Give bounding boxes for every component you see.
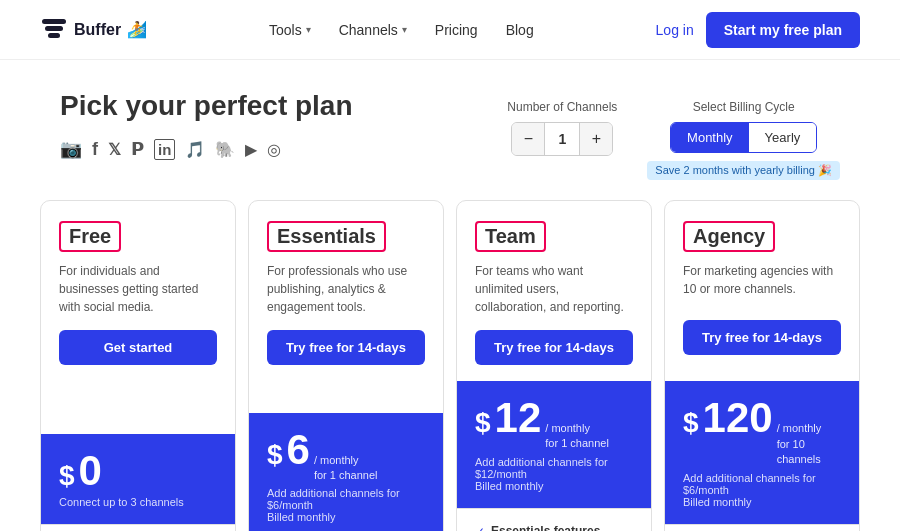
price-dollar-agency: $ bbox=[683, 407, 699, 439]
channels-chevron-icon: ▾ bbox=[402, 24, 407, 35]
plan-card-team: Team For teams who want unlimited users,… bbox=[456, 200, 652, 531]
plan-desc-essentials: For professionals who use publishing, an… bbox=[267, 262, 425, 316]
plan-name-box-free: Free bbox=[59, 221, 121, 252]
price-amount-agency: 120 bbox=[703, 397, 773, 439]
navbar: Buffer 🏄 Tools ▾ Channels ▾ Pricing Blog… bbox=[0, 0, 900, 60]
nav-actions: Log in Start my free plan bbox=[656, 12, 860, 48]
plan-card-essentials: Essentials For professionals who use pub… bbox=[248, 200, 444, 531]
logo-emoji: 🏄 bbox=[127, 20, 147, 39]
price-detail-essentials: / monthlyfor 1 channel bbox=[314, 453, 378, 484]
plan-desc-free: For individuals and businesses getting s… bbox=[59, 262, 217, 316]
price-dollar-free: $ bbox=[59, 460, 75, 492]
price-amount-essentials: 6 bbox=[287, 429, 310, 471]
plan-pricing-team: $ 12 / monthlyfor 1 channel Add addition… bbox=[457, 381, 651, 508]
tiktok-icon: 🎵 bbox=[185, 140, 205, 159]
channels-label: Number of Channels bbox=[507, 100, 617, 114]
increment-button[interactable]: + bbox=[580, 123, 612, 155]
plan-name-team: Team bbox=[485, 225, 536, 247]
check-icon: ✓ bbox=[475, 524, 485, 531]
plan-features-team: ✓ Essentials features, plus: ✓ Unlimited… bbox=[457, 508, 651, 531]
svg-rect-0 bbox=[42, 19, 66, 24]
channels-control-group: Number of Channels − 1 + bbox=[507, 100, 617, 180]
logo[interactable]: Buffer 🏄 bbox=[40, 19, 147, 41]
plan-cta-free[interactable]: Get started bbox=[59, 330, 217, 365]
billing-toggle: Monthly Yearly bbox=[670, 122, 817, 153]
billing-control-group: Select Billing Cycle Monthly Yearly Save… bbox=[647, 100, 840, 180]
linkedin-icon: in bbox=[154, 139, 175, 160]
nav-pricing[interactable]: Pricing bbox=[435, 22, 478, 38]
plan-name-agency: Agency bbox=[693, 225, 765, 247]
plan-pricing-agency: $ 120 / monthlyfor 10 channels Add addit… bbox=[665, 381, 859, 523]
page-title: Pick your perfect plan bbox=[60, 90, 353, 122]
price-amount-team: 12 bbox=[495, 397, 542, 439]
plan-pricing-free: $ 0 Connect up to 3 channels bbox=[41, 434, 235, 524]
channel-value: 1 bbox=[544, 123, 580, 155]
price-dollar-team: $ bbox=[475, 407, 491, 439]
plan-name-box-essentials: Essentials bbox=[267, 221, 386, 252]
plan-desc-agency: For marketing agencies with 10 or more c… bbox=[683, 262, 841, 306]
price-sub-team: Add additional channels for $12/monthBil… bbox=[475, 456, 633, 492]
threads-icon: ◎ bbox=[267, 140, 281, 159]
plan-name-essentials: Essentials bbox=[277, 225, 376, 247]
yearly-button[interactable]: Yearly bbox=[749, 123, 817, 152]
login-button[interactable]: Log in bbox=[656, 22, 694, 38]
price-detail-team: / monthlyfor 1 channel bbox=[545, 421, 609, 452]
plan-features-free: ✓ Planning & publishing tools ✓ Landing … bbox=[41, 524, 235, 531]
plan-cta-team[interactable]: Try free for 14-days bbox=[475, 330, 633, 365]
nav-channels[interactable]: Channels ▾ bbox=[339, 22, 407, 38]
controls-area: Number of Channels − 1 + Select Billing … bbox=[507, 90, 840, 180]
plan-features-agency: ✓ Team features, plus: ✓ Custom access &… bbox=[665, 524, 859, 531]
channel-counter: − 1 + bbox=[511, 122, 613, 156]
list-item: ✓ Essentials features, plus: bbox=[475, 523, 633, 531]
plan-desc-team: For teams who want unlimited users, coll… bbox=[475, 262, 633, 316]
price-amount-free: 0 bbox=[79, 450, 102, 492]
start-free-plan-button[interactable]: Start my free plan bbox=[706, 12, 860, 48]
billing-label: Select Billing Cycle bbox=[693, 100, 795, 114]
plan-card-free: Free For individuals and businesses gett… bbox=[40, 200, 236, 531]
facebook-icon: f bbox=[92, 139, 98, 160]
save-badge: Save 2 months with yearly billing 🎉 bbox=[647, 161, 840, 180]
buffer-logo-icon bbox=[40, 19, 68, 41]
plan-cta-agency[interactable]: Try free for 14-days bbox=[683, 320, 841, 355]
nav-links: Tools ▾ Channels ▾ Pricing Blog bbox=[269, 22, 534, 38]
price-sub-free: Connect up to 3 channels bbox=[59, 496, 217, 508]
logo-text: Buffer bbox=[74, 21, 121, 39]
price-detail-agency: / monthlyfor 10 channels bbox=[777, 421, 841, 467]
instagram-icon: 📷 bbox=[60, 138, 82, 160]
hero-section: Pick your perfect plan 📷 f 𝕏 𝗣 in 🎵 🐘 ▶ … bbox=[60, 90, 353, 160]
svg-rect-2 bbox=[48, 33, 60, 38]
nav-blog[interactable]: Blog bbox=[506, 22, 534, 38]
mastodon-icon: 🐘 bbox=[215, 140, 235, 159]
twitter-icon: 𝕏 bbox=[108, 140, 121, 159]
plan-cta-essentials[interactable]: Try free for 14-days bbox=[267, 330, 425, 365]
tools-chevron-icon: ▾ bbox=[306, 24, 311, 35]
svg-rect-1 bbox=[45, 26, 63, 31]
price-sub-agency: Add additional channels for $6/monthBill… bbox=[683, 472, 841, 508]
monthly-button[interactable]: Monthly bbox=[671, 123, 749, 152]
price-sub-essentials: Add additional channels for $6/monthBill… bbox=[267, 487, 425, 523]
plans-section: Free For individuals and businesses gett… bbox=[0, 180, 900, 531]
pinterest-icon: 𝗣 bbox=[131, 138, 144, 160]
plan-card-agency: Agency For marketing agencies with 10 or… bbox=[664, 200, 860, 531]
youtube-icon: ▶ bbox=[245, 140, 257, 159]
plan-name-box-agency: Agency bbox=[683, 221, 775, 252]
plan-name-free: Free bbox=[69, 225, 111, 247]
plan-name-box-team: Team bbox=[475, 221, 546, 252]
price-dollar-essentials: $ bbox=[267, 439, 283, 471]
plan-pricing-essentials: $ 6 / monthlyfor 1 channel Add additiona… bbox=[249, 413, 443, 531]
decrement-button[interactable]: − bbox=[512, 123, 544, 155]
nav-tools[interactable]: Tools ▾ bbox=[269, 22, 311, 38]
